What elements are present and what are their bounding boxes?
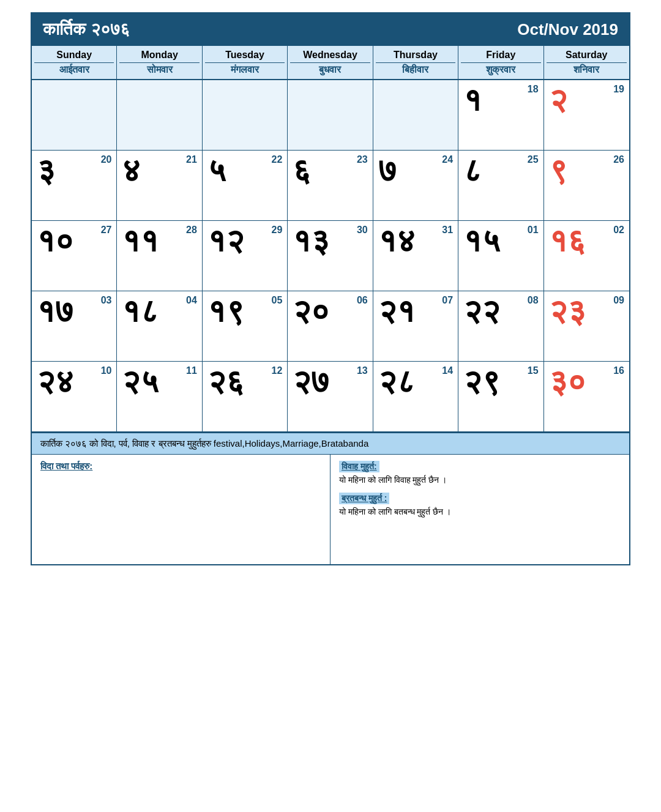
eng-date: 21 [186, 154, 197, 165]
eng-date: 22 [271, 154, 282, 165]
cal-cell: २२08 [458, 291, 543, 362]
nep-date: २९ [463, 365, 500, 397]
cal-cell: १७03 [32, 291, 117, 362]
nep-date: ८ [463, 154, 482, 186]
cal-cell [32, 80, 117, 151]
nep-date: २३ [549, 295, 586, 327]
day-header-eng: Friday [461, 50, 540, 61]
eng-date: 31 [442, 225, 453, 236]
eng-date: 27 [101, 225, 112, 236]
eng-date: 24 [442, 154, 453, 165]
eng-date: 07 [442, 295, 453, 306]
nep-date: २४ [37, 365, 73, 397]
cal-cell: १६02 [544, 221, 629, 291]
cal-cell: २19 [544, 80, 629, 151]
cal-cell: ३०16 [544, 362, 629, 432]
day-headers-row: Sunday आईतवारMonday सोमवारTuesday मंगलवा… [32, 46, 629, 80]
eng-date: 06 [357, 295, 368, 306]
eng-date: 09 [613, 295, 624, 306]
eng-date: 29 [271, 225, 282, 236]
eng-date: 20 [101, 154, 112, 165]
day-header-eng: Wednesday [290, 50, 370, 61]
day-header-nep: शुक्रवार [461, 62, 540, 75]
nepali-title: कार्तिक २०७६ [43, 20, 130, 40]
day-header-nep: शनिवार [547, 62, 627, 75]
nep-date: १३ [293, 225, 329, 256]
cal-cell: २४10 [32, 362, 117, 432]
cal-cell: २७13 [288, 362, 373, 432]
day-header: Monday सोमवार [117, 46, 202, 79]
footer-banner: कार्तिक २०७६ को विदा, पर्व, विवाह र ब्रत… [32, 432, 629, 454]
footer-left: विदा तथा पर्वहरु: [32, 455, 330, 564]
nep-date: १७ [37, 295, 73, 327]
nep-date: ११ [122, 225, 159, 256]
nep-date: ६ [293, 154, 311, 186]
eng-date: 01 [528, 225, 539, 236]
footer-left-title: विदा तथा पर्वहरु: [40, 461, 321, 472]
cal-cell: ११28 [117, 221, 202, 291]
footer-banner-text: कार्तिक २०७६ को विदा, पर्व, विवाह र ब्रत… [40, 438, 368, 449]
cal-cell: १18 [458, 80, 543, 151]
day-header: Thursday बिहीवार [373, 46, 458, 79]
eng-date: 12 [271, 365, 282, 376]
nep-date: १५ [463, 225, 500, 256]
calendar-header: कार्तिक २०७६ Oct/Nov 2019 [32, 13, 629, 46]
cal-cell: ६23 [288, 151, 373, 221]
day-header-nep: मंगलवार [205, 62, 285, 75]
footer-content: विदा तथा पर्वहरु: विवाह मुहुर्त:यो महिना… [32, 454, 629, 564]
cal-cell: ५22 [203, 151, 288, 221]
footer-section-text: यो महिना को लागि विवाह मुहुर्त छैन । [339, 475, 621, 485]
eng-date: 14 [442, 365, 453, 376]
cal-cell: ९26 [544, 151, 629, 221]
eng-date: 08 [528, 295, 539, 306]
nep-date: ९ [549, 154, 567, 186]
cal-cell: २८14 [373, 362, 458, 432]
cal-cell: २१07 [373, 291, 458, 362]
cal-cell: ३20 [32, 151, 117, 221]
nep-date: २२ [463, 295, 500, 327]
eng-date: 04 [186, 295, 197, 306]
eng-date: 19 [613, 84, 624, 95]
eng-date: 26 [613, 154, 624, 165]
nep-date: १८ [122, 295, 159, 327]
day-header-nep: सोमवार [119, 62, 199, 75]
nep-date: १४ [378, 225, 415, 256]
cal-cell: १८04 [117, 291, 202, 362]
nep-date: १० [37, 225, 73, 256]
day-header-nep: बुधवार [290, 62, 370, 75]
cal-cell [203, 80, 288, 151]
day-header: Friday शुक्रवार [458, 46, 543, 79]
eng-date: 05 [271, 295, 282, 306]
day-header: Wednesday बुधवार [288, 46, 373, 79]
cal-cell: २०06 [288, 291, 373, 362]
nep-date: २५ [122, 365, 159, 397]
footer-right: विवाह मुहुर्त:यो महिना को लागि विवाह मुह… [330, 455, 629, 564]
cal-cell: १४31 [373, 221, 458, 291]
cal-cell: ७24 [373, 151, 458, 221]
eng-date: 10 [101, 365, 112, 376]
eng-date: 28 [186, 225, 197, 236]
english-title: Oct/Nov 2019 [517, 20, 618, 39]
day-header-nep: बिहीवार [376, 62, 455, 75]
day-header-eng: Sunday [34, 50, 114, 61]
calendar-main: कार्तिक २०७६ Oct/Nov 2019 Sunday आईतवारM… [31, 12, 630, 565]
nep-date: ५ [207, 154, 226, 186]
cal-cell: ८25 [458, 151, 543, 221]
nep-date: ४ [122, 154, 140, 186]
day-header-eng: Tuesday [205, 50, 285, 61]
calendar-grid: १18२19३20४21५22६23७24८25९26१०27११28१२29१… [32, 80, 629, 432]
day-header-eng: Saturday [547, 50, 627, 61]
nep-date: १ [463, 84, 482, 116]
nep-date: १९ [207, 295, 244, 327]
cal-cell: ४21 [117, 151, 202, 221]
nep-date: ७ [378, 154, 397, 186]
eng-date: 11 [186, 365, 197, 376]
eng-date: 13 [357, 365, 368, 376]
footer-section-subtitle: ब्रतबन्ध मुहुर्त : [339, 493, 389, 504]
eng-date: 15 [528, 365, 539, 376]
eng-date: 03 [101, 295, 112, 306]
nep-date: ३० [549, 365, 586, 397]
footer-section-subtitle: विवाह मुहुर्त: [339, 461, 379, 472]
eng-date: 25 [528, 154, 539, 165]
eng-date: 30 [357, 225, 368, 236]
